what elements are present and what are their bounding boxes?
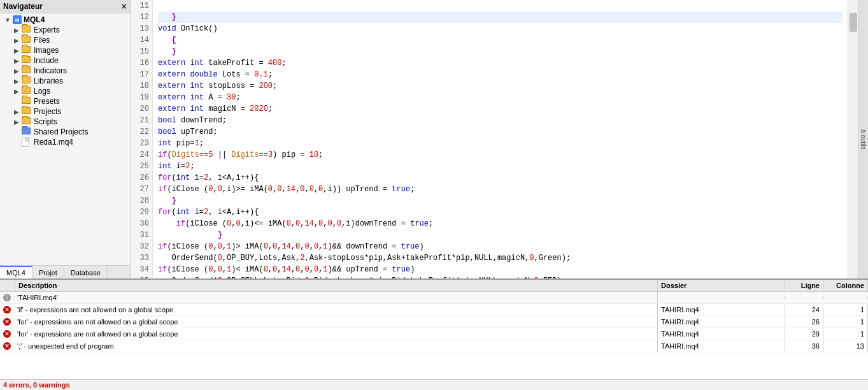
folder-icon-experts (22, 25, 32, 34)
expand-icon: ▶ (11, 37, 22, 44)
err-col-desc-header: Description (15, 280, 658, 291)
nav-item-mql4[interactable]: ▼ M MQL4 (0, 15, 130, 25)
nav-item-libraries[interactable]: ▶ Libraries (0, 76, 130, 86)
shared-folder-icon (22, 127, 32, 136)
nav-item-include[interactable]: ▶ Include (0, 55, 130, 66)
code-line: void OnTick() (158, 23, 843, 34)
nav-item-shared[interactable]: Shared Projects (0, 127, 130, 137)
error-icon-4: ✕ (2, 341, 12, 351)
error-row-2[interactable]: ✕ 'for' - expressions are not allowed on… (0, 316, 868, 328)
code-content: 11 12 13 14 15 16 17 18 19 20 21 22 23 2… (131, 0, 858, 278)
nav-item-experts[interactable]: ▶ Experts (0, 25, 130, 35)
error-dossier-4: TAHIRI.mq4 (658, 340, 785, 352)
nav-item-presets[interactable]: Presets (0, 96, 130, 106)
file-icon-reda (22, 138, 32, 147)
folder-icon-files (22, 36, 32, 45)
error-icon-3: ✕ (2, 329, 12, 339)
expand-icon: ▶ (11, 119, 22, 126)
error-desc-3: 'for' - expressions are not allowed on a… (14, 328, 658, 340)
scrollbar-thumb[interactable] (850, 13, 857, 32)
code-line: if(iClose (0,0,1)> iMA(0,0,14,0,0,0,1)&&… (158, 241, 843, 252)
nav-label-files: Files (34, 36, 50, 45)
code-line: extern int takeProfit = 400; (158, 57, 843, 69)
code-line: OrderSend(0,OP_BUY,Lots,Ask,2,Ask-stopLo… (158, 252, 843, 264)
code-editor[interactable]: 11 12 13 14 15 16 17 18 19 20 21 22 23 2… (131, 0, 858, 278)
code-line: for(int i=2, i<A,i++){ (158, 172, 843, 184)
code-line: for(int i=2, i<A,i++){ (158, 206, 843, 218)
code-line: if(iClose (0,0,1)< iMA(0,0,14,0,0,0,1)&&… (158, 264, 843, 275)
error-row-1[interactable]: ✕ 'if' - expressions are not allowed on … (0, 304, 868, 316)
info-icon-0: i (2, 292, 12, 303)
code-line: extern int magicN = 2020; (158, 103, 843, 115)
err-col-icon-header (0, 280, 15, 291)
expand-icon: ▶ (11, 57, 22, 64)
scrollbar-right[interactable] (848, 0, 858, 278)
nav-item-files[interactable]: ▶ Files (0, 35, 130, 45)
navigator-title: Navigateur (3, 2, 43, 11)
code-line: { (158, 34, 843, 46)
code-line: if(iClose (0,0,i)<= iMA(0,0,14,0,0,0,i)d… (158, 218, 843, 229)
error-desc-2: 'for' - expressions are not allowed on a… (14, 316, 658, 328)
err-col-colonne-header: Colonne (823, 280, 868, 291)
nav-item-logs[interactable]: ▶ Logs (0, 86, 130, 96)
tab-database[interactable]: Database (64, 266, 108, 278)
folder-icon-images (22, 46, 32, 55)
code-line: } (158, 11, 843, 23)
error-dossier-1: TAHIRI.mq4 (658, 304, 785, 315)
nav-label-scripts: Scripts (34, 117, 57, 126)
code-line: } (158, 46, 843, 57)
expand-icon: ▶ (11, 88, 22, 95)
errors-panel: Description Dossier Ligne Colonne i 'TAH… (0, 278, 868, 390)
error-ligne-3: 29 (785, 328, 823, 340)
code-line: extern int A = 30; (158, 92, 843, 103)
expand-icon: ▶ (11, 47, 22, 54)
code-line: } (158, 195, 843, 206)
error-row-0[interactable]: i 'TAHIRI.mq4' (0, 292, 868, 304)
error-row-3[interactable]: ✕ 'for' - expressions are not allowed on… (0, 328, 868, 340)
code-line: } (158, 229, 843, 241)
nav-label-include: Include (34, 56, 59, 65)
navigator-panel: Navigateur × ▼ M MQL4 ▶ Experts ▶ Files (0, 0, 131, 278)
nav-label-presets: Presets (34, 97, 60, 106)
expand-icon: ▼ (3, 17, 13, 24)
tools-side-label: à outils (858, 0, 868, 278)
error-row-4[interactable]: ✕ ';' - unexpected end of program TAHIRI… (0, 340, 868, 352)
errors-summary: 4 errors, 0 warnings (3, 381, 70, 389)
folder-icon-indicators (22, 66, 32, 75)
folder-icon-projects (22, 107, 32, 116)
nav-item-reda[interactable]: Reda1.mq4 (0, 137, 130, 147)
error-icon-2: ✕ (2, 317, 12, 327)
nav-label-images: Images (34, 46, 59, 55)
code-line: if(Digits==5 || Digits==3) pip = 10; (158, 149, 843, 161)
error-desc-0: 'TAHIRI.mq4' (14, 292, 658, 303)
error-dossier-0 (658, 296, 785, 300)
nav-label-reda: Reda1.mq4 (34, 138, 73, 147)
nav-tree: ▼ M MQL4 ▶ Experts ▶ Files ▶ Images (0, 13, 130, 265)
error-ligne-0 (785, 296, 823, 300)
nav-item-scripts[interactable]: ▶ Scripts (0, 117, 130, 127)
error-icon-1: ✕ (2, 305, 12, 315)
code-line: if(iClose (0,0,i)>= iMA(0,0,14,0,0,0,i))… (158, 184, 843, 195)
nav-item-images[interactable]: ▶ Images (0, 45, 130, 55)
code-area[interactable]: }void OnTick() { }extern int takeProfit … (153, 0, 848, 278)
err-col-dossier-header: Dossier (658, 280, 785, 291)
nav-label-libraries: Libraries (34, 76, 63, 85)
error-colonne-2: 1 (823, 316, 868, 328)
error-colonne-4: 13 (823, 340, 868, 352)
nav-label-mql4: MQL4 (24, 15, 45, 24)
expand-icon: ▶ (11, 108, 22, 115)
nav-item-projects[interactable]: ▶ Projects (0, 106, 130, 117)
folder-icon-presets (22, 97, 32, 106)
folder-icon-libraries (22, 76, 32, 85)
code-line: bool upTrend; (158, 126, 843, 138)
tab-projet[interactable]: Projet (32, 266, 64, 278)
nav-label-experts: Experts (34, 25, 60, 34)
errors-header: Description Dossier Ligne Colonne (0, 280, 868, 292)
expand-icon: ▶ (11, 68, 22, 75)
navigator-close-button[interactable]: × (122, 1, 127, 11)
nav-label-projects: Projects (34, 107, 61, 116)
nav-item-indicators[interactable]: ▶ Indicators (0, 66, 130, 76)
folder-icon-include (22, 56, 32, 65)
nav-label-shared: Shared Projects (34, 127, 88, 136)
tab-mql4[interactable]: MQL4 (0, 266, 32, 278)
